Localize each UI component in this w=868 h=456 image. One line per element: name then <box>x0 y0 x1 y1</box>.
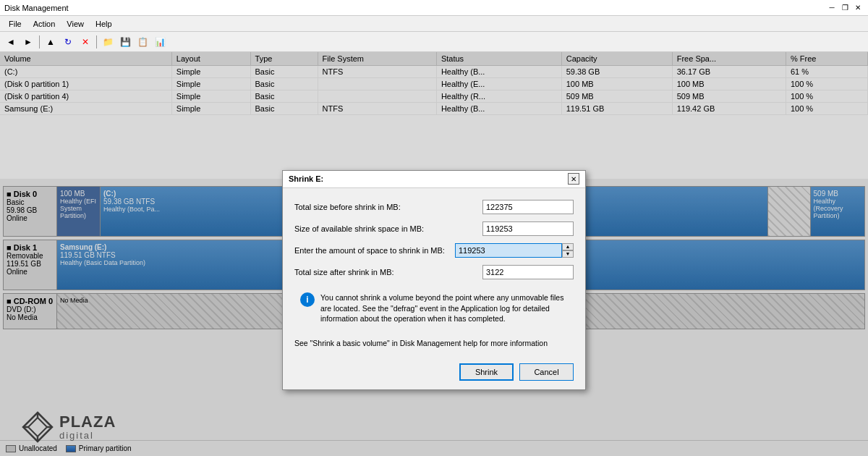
shrink-dialog: Shrink E: ✕ Total size before shrink in … <box>282 170 586 390</box>
window-title: Disk Management <box>4 4 826 12</box>
dialog-row-amount: Enter the amount of space to shrink in M… <box>294 243 574 258</box>
value-available: 119253 <box>482 221 574 236</box>
toolbar-copy[interactable]: 📋 <box>135 34 150 50</box>
toolbar-refresh[interactable]: ↻ <box>60 34 76 50</box>
amount-input[interactable] <box>455 243 562 258</box>
plaza-sub: digital <box>59 430 116 441</box>
dialog-info-box: i You cannot shrink a volume beyond the … <box>294 287 574 330</box>
label-amount: Enter the amount of space to shrink in M… <box>294 246 455 255</box>
value-total-after: 3122 <box>482 265 574 279</box>
svg-marker-1 <box>28 418 47 436</box>
main-content: Volume Layout Type File System Status Ca… <box>0 52 868 456</box>
toolbar-sep1 <box>39 35 40 48</box>
menu-action[interactable]: Action <box>27 18 61 30</box>
spin-up[interactable]: ▲ <box>562 243 574 250</box>
dialog-close-button[interactable]: ✕ <box>568 173 579 185</box>
info-text: You cannot shrink a volume beyond the po… <box>320 292 568 324</box>
dialog-title-bar: Shrink E: ✕ <box>283 171 585 188</box>
menu-bar: File Action View Help <box>0 16 868 32</box>
minimize-button[interactable]: ─ <box>826 2 838 14</box>
label-available: Size of available shrink space in MB: <box>294 224 482 233</box>
value-total-before: 122375 <box>482 200 574 214</box>
info-icon: i <box>300 292 315 307</box>
restore-button[interactable]: ❐ <box>839 2 851 14</box>
menu-view[interactable]: View <box>61 18 90 30</box>
dialog-title: Shrink E: <box>289 174 568 183</box>
watermark: PLAZA digital <box>22 411 116 443</box>
spin-buttons: ▲ ▼ <box>562 243 574 258</box>
title-bar: Disk Management ─ ❐ ✕ <box>0 0 868 16</box>
dialog-buttons: Shrink Cancel <box>294 358 574 381</box>
toolbar: ◄ ► ▲ ↻ ✕ 📁 💾 📋 📊 <box>0 32 868 52</box>
label-total-after: Total size after shrink in MB: <box>294 268 482 276</box>
plaza-logo-svg <box>22 411 54 443</box>
label-total-before: Total size before shrink in MB: <box>294 203 482 211</box>
toolbar-back[interactable]: ◄ <box>3 34 19 50</box>
toolbar-save[interactable]: 💾 <box>117 34 133 50</box>
toolbar-forward[interactable]: ► <box>20 34 36 50</box>
plaza-text: PLAZA digital <box>59 414 116 441</box>
menu-help[interactable]: Help <box>90 18 118 30</box>
spin-down[interactable]: ▼ <box>562 250 574 258</box>
plaza-name: PLAZA <box>59 414 116 430</box>
shrink-button[interactable]: Shrink <box>459 363 514 381</box>
toolbar-sep2 <box>96 35 97 48</box>
close-button[interactable]: ✕ <box>852 2 864 14</box>
toolbar-folder[interactable]: 📁 <box>100 34 116 50</box>
toolbar-delete[interactable]: ✕ <box>77 34 93 50</box>
menu-file[interactable]: File <box>3 18 27 30</box>
dialog-link-text: See "Shrink a basic volume" in Disk Mana… <box>294 339 574 347</box>
dialog-body: Total size before shrink in MB: 122375 S… <box>283 188 585 389</box>
window-controls: ─ ❐ ✕ <box>826 2 864 14</box>
cancel-button[interactable]: Cancel <box>519 363 574 381</box>
toolbar-up[interactable]: ▲ <box>43 34 59 50</box>
dialog-row-total-before: Total size before shrink in MB: 122375 <box>294 200 574 214</box>
amount-input-wrap: ▲ ▼ <box>455 243 574 258</box>
dialog-row-total-after: Total size after shrink in MB: 3122 <box>294 265 574 279</box>
dialog-row-available: Size of available shrink space in MB: 11… <box>294 221 574 236</box>
modal-backdrop: Shrink E: ✕ Total size before shrink in … <box>0 52 868 456</box>
toolbar-chart[interactable]: 📊 <box>152 34 168 50</box>
